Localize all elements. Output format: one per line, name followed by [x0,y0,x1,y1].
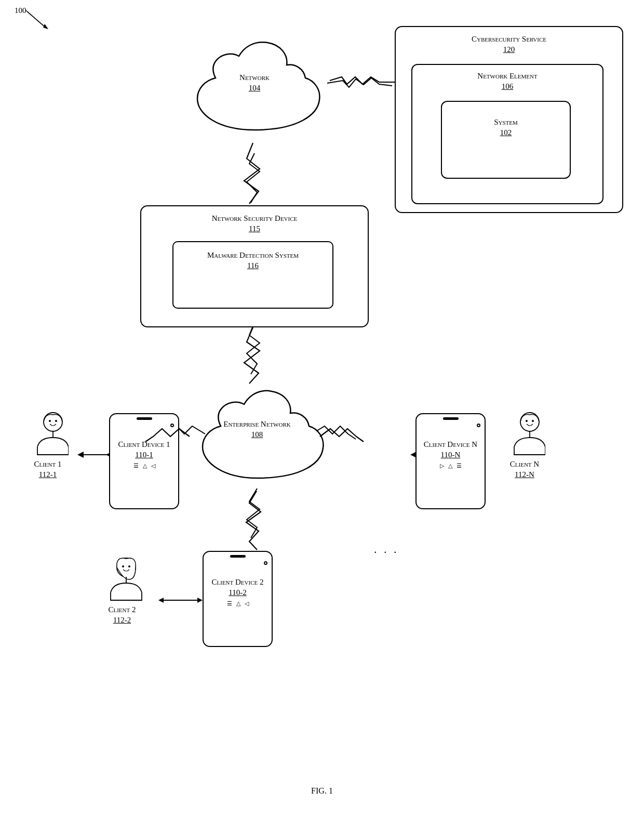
diagram: 100 Cybersecurity Service 120 Network El… [0,0,644,819]
ref-arrow [25,9,51,30]
cybersecurity-service-label: Cybersecurity Service 120 [396,34,622,55]
camera-2 [264,561,267,565]
network-label: Network 104 [177,73,332,93]
nav-home-1: △ [143,463,147,469]
svg-point-26 [122,565,124,567]
client-device-1-phone: Client Device 1 110-1 ☰ △ ◁ [109,413,179,509]
svg-point-20 [520,413,539,431]
nsd-label: Network Security Device 115 [141,214,368,234]
svg-point-19 [55,420,57,422]
client-1-label: Client 1 112-1 [22,459,74,480]
cybersecurity-service-box: Cybersecurity Service 120 Network Elemen… [395,26,623,213]
ellipsis-dots: · · · [374,546,399,559]
client-device-2-phone: Client Device 2 110-2 ☰ △ ◁ [203,551,273,647]
svg-marker-13 [158,598,164,603]
client-1-person: Client 1 112-1 [22,411,74,480]
client-n-label: Client N 112-N [499,459,551,480]
svg-marker-12 [197,598,203,603]
client-n-avatar [504,411,545,457]
svg-point-23 [532,420,534,422]
camera-1 [170,424,174,427]
svg-point-22 [526,420,528,422]
svg-line-14 [28,12,46,28]
svg-point-27 [128,565,130,567]
client-device-1-label: Client Device 1 110-1 [110,440,178,460]
nav-back-1: ◁ [151,463,155,469]
enterprise-network-cloud: Enterprise Network 108 [184,382,330,493]
client-n-person: Client N 112-N [499,411,551,480]
camera-n [477,424,480,427]
malware-detection-label: Malware Detection System 116 [173,250,332,271]
enterprise-network-label: Enterprise Network 108 [184,419,330,440]
nav-back-2: ◁ [245,600,249,607]
network-element-label: Network Element 106 [412,71,602,91]
svg-marker-6 [78,452,83,457]
client-device-2-label: Client Device 2 110-2 [204,577,272,598]
network-security-device-box: Network Security Device 115 Malware Dete… [140,205,369,327]
phone-top-2 [204,555,272,567]
network-element-box: Network Element 106 System 102 [411,64,603,204]
nav-play-n: ▷ [440,463,444,469]
client-2-label: Client 2 112-2 [93,605,151,625]
svg-marker-9 [410,452,415,457]
client-2-avatar [100,556,144,603]
phone-top-1 [110,417,178,429]
nav-menu-2: ☰ [227,600,232,607]
svg-point-16 [44,413,62,431]
malware-detection-box: Malware Detection System 116 [172,241,333,309]
system-label: System 102 [442,117,570,138]
nav-home-n: △ [448,463,452,469]
phone-nav-n: ▷ △ ☰ [417,460,485,472]
client-1-avatar [27,411,69,457]
nav-menu-1: ☰ [133,463,139,469]
phone-nav-1: ☰ △ ◁ [110,460,178,472]
nav-menu-n: ☰ [457,463,462,469]
svg-marker-15 [43,24,48,29]
client-2-person: Client 2 112-2 [93,556,151,625]
system-box: System 102 [441,101,571,179]
fig-label: FIG. 1 [0,786,644,796]
client-device-n-phone: Client Device N 110-N ▷ △ ☰ [415,413,486,509]
client-device-n-label: Client Device N 110-N [417,440,485,460]
network-cloud: Network 104 [177,31,332,148]
svg-point-18 [49,420,51,422]
nav-home-2: △ [236,600,240,607]
phone-nav-2: ☰ △ ◁ [204,598,272,610]
phone-top-n [417,417,485,429]
